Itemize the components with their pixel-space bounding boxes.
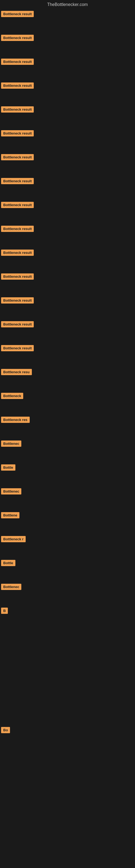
list-item: B: [0, 605, 135, 629]
list-item: Bottleneck r: [0, 533, 135, 557]
bottleneck-badge: Bottleneck result: [1, 250, 34, 256]
bottleneck-badge: Bottleneck result: [1, 226, 34, 232]
list-item: Bottle: [0, 462, 135, 486]
bottleneck-badge: Bottle: [1, 560, 15, 566]
list-item: [0, 796, 135, 820]
list-item: Bottleneck result: [0, 151, 135, 175]
list-item: [0, 677, 135, 701]
bottleneck-badge: Bottlenec: [1, 584, 21, 590]
list-item: Bottlenec: [0, 486, 135, 509]
list-item: Bottleneck result: [0, 223, 135, 247]
list-item: Bottlene: [0, 509, 135, 533]
list-item: Bottleneck res: [0, 414, 135, 438]
bottleneck-badge: Bottleneck result: [1, 106, 34, 113]
bottleneck-badge: Bottleneck result: [1, 154, 34, 160]
list-item: Bottleneck result: [0, 127, 135, 151]
bottleneck-badge: B: [1, 608, 8, 614]
list-item: [0, 701, 135, 724]
bottleneck-list: Bottleneck resultBottleneck resultBottle…: [0, 8, 135, 867]
bottleneck-badge: Bo: [1, 727, 10, 733]
site-header: TheBottlenecker.com: [0, 0, 135, 8]
bottleneck-badge: Bottleneck result: [1, 130, 34, 136]
list-item: Bottleneck result: [0, 32, 135, 56]
list-item: [0, 844, 135, 867]
bottleneck-badge: Bottleneck result: [1, 273, 34, 280]
list-item: Bottle: [0, 557, 135, 581]
bottleneck-badge: Bottleneck resu: [1, 369, 32, 375]
list-item: Bottleneck result: [0, 80, 135, 104]
list-item: Bottleneck result: [0, 294, 135, 318]
bottleneck-badge: Bottleneck: [1, 393, 23, 399]
bottleneck-badge: Bottleneck result: [1, 83, 34, 89]
bottleneck-badge: Bottlenec: [1, 488, 21, 495]
bottleneck-badge: Bottlene: [1, 512, 19, 518]
list-item: Bottleneck resu: [0, 366, 135, 390]
list-item: Bottleneck result: [0, 104, 135, 127]
bottleneck-badge: Bottleneck result: [1, 11, 34, 17]
list-item: Bottleneck result: [0, 175, 135, 199]
list-item: [0, 629, 135, 653]
bottleneck-badge: Bottlenec: [1, 440, 21, 447]
list-item: [0, 748, 135, 772]
list-item: Bottleneck result: [0, 8, 135, 32]
bottleneck-badge: Bottleneck result: [1, 35, 34, 41]
bottleneck-badge: Bottle: [1, 464, 15, 471]
list-item: Bottlenec: [0, 438, 135, 462]
list-item: [0, 772, 135, 796]
list-item: Bottleneck result: [0, 56, 135, 80]
list-item: Bottleneck result: [0, 342, 135, 366]
list-item: [0, 820, 135, 844]
bottleneck-badge: Bottleneck res: [1, 416, 30, 423]
list-item: Bottlenec: [0, 581, 135, 605]
site-title: TheBottlenecker.com: [0, 0, 135, 8]
list-item: Bottleneck result: [0, 318, 135, 342]
list-item: Bottleneck result: [0, 271, 135, 294]
list-item: Bo: [0, 724, 135, 748]
bottleneck-badge: Bottleneck result: [1, 202, 34, 208]
bottleneck-badge: Bottleneck result: [1, 297, 34, 304]
bottleneck-badge: Bottleneck result: [1, 321, 34, 328]
bottleneck-badge: Bottleneck result: [1, 345, 34, 351]
bottleneck-badge: Bottleneck result: [1, 178, 34, 184]
list-item: Bottleneck result: [0, 199, 135, 223]
list-item: Bottleneck result: [0, 247, 135, 271]
list-item: [0, 653, 135, 677]
list-item: Bottleneck: [0, 390, 135, 414]
bottleneck-badge: Bottleneck r: [1, 536, 26, 542]
bottleneck-badge: Bottleneck result: [1, 59, 34, 65]
